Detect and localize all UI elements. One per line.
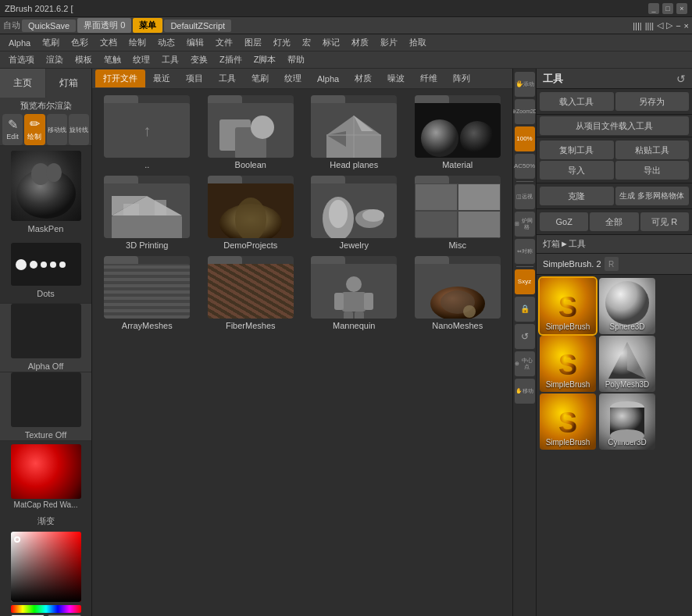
tab-array[interactable]: 阵列 <box>445 69 478 87</box>
preview-label[interactable]: 预览布尔渲染 <box>0 98 91 114</box>
menu-macro[interactable]: 宏 <box>297 35 316 50</box>
folder-item-fibermeshes[interactable]: FiberMeshes <box>202 256 300 330</box>
folder-item-misc[interactable]: Misc <box>409 176 507 250</box>
texture-off-preview[interactable] <box>11 372 81 427</box>
gallery-item-simplebrush-3[interactable]: S SimpleBrush <box>540 393 596 450</box>
menu-layer[interactable]: 图层 <box>239 35 267 50</box>
menu-brush[interactable]: 笔刷 <box>37 35 65 50</box>
close-btn[interactable]: × <box>676 3 687 14</box>
gallery-item-polymesh3d[interactable]: PolyMesh3D <box>599 336 655 392</box>
tab-project[interactable]: 项目 <box>178 69 211 87</box>
draw-icon-btn[interactable]: ✏ 绘制 <box>24 114 45 145</box>
subtool-r-btn[interactable]: R <box>605 257 619 271</box>
load-tool-btn[interactable]: 载入工具 <box>540 92 614 111</box>
rotate-icon-btn[interactable]: 旋转线 <box>69 114 89 145</box>
folder-item-back[interactable]: ↑ .. <box>98 95 196 169</box>
menu-marker[interactable]: 标记 <box>317 35 345 50</box>
tab-tool[interactable]: 工具 <box>211 69 244 87</box>
gen-polymesh-btn[interactable]: 生成 多形网格物体 <box>615 187 690 205</box>
copy-tool-btn[interactable]: 复制工具 <box>540 141 614 159</box>
menu-zplugin[interactable]: Z插件 <box>214 52 248 67</box>
hue-slider[interactable] <box>11 605 81 613</box>
menu-zscript[interactable]: Z脚本 <box>248 52 282 67</box>
tab-recent[interactable]: 最近 <box>145 69 178 87</box>
all-btn[interactable]: 全部 <box>590 212 638 231</box>
vtool-move[interactable]: ✋ 移动 <box>515 379 535 404</box>
save-as-btn[interactable]: 另存为 <box>615 92 690 111</box>
toolbar-icon-4[interactable]: ▷ <box>666 20 672 30</box>
vtool-add-move[interactable]: 🖐 添动 <box>515 72 535 97</box>
menu-help[interactable]: 帮助 <box>282 52 310 67</box>
menu-draw[interactable]: 绘制 <box>123 35 152 50</box>
vtool-symmetry[interactable]: ⇔ 对称 <box>515 239 535 264</box>
refresh-tool-icon[interactable]: ↺ <box>676 73 686 85</box>
menu-prefs[interactable]: 首选项 <box>3 52 40 67</box>
vtool-ac50[interactable]: AC50% <box>515 154 535 179</box>
visible-btn[interactable]: 可见 R <box>640 212 689 231</box>
maskpen-preview[interactable] <box>11 151 81 221</box>
folder-item-arraymeshes[interactable]: ArrayMeshes <box>98 256 196 330</box>
tab-fiber[interactable]: 纤维 <box>412 69 445 87</box>
tab-material[interactable]: 材质 <box>347 69 380 87</box>
load-from-project-btn[interactable]: 从项目文件载入工具 <box>540 116 689 135</box>
tab-open-file[interactable]: 打开文件 <box>95 69 145 87</box>
gallery-item-cylinder3d[interactable]: Cylinder3D <box>599 393 655 450</box>
folder-item-nanomeshes[interactable]: NanoMeshes <box>409 256 507 330</box>
alpha-off-preview[interactable] <box>11 304 81 358</box>
menu-alpha[interactable]: Alpha <box>3 37 36 49</box>
quicksave-btn[interactable]: QuickSave <box>22 20 76 32</box>
edit-icon-btn[interactable]: ✎ Edit <box>2 114 23 145</box>
menu-transform[interactable]: 变换 <box>185 52 213 67</box>
toolbar-icon-5[interactable]: − <box>676 21 680 30</box>
dots-preview[interactable] <box>11 243 81 286</box>
menu-render[interactable]: 渲染 <box>41 52 69 67</box>
folder-item-headplanes[interactable]: Head planes <box>305 95 403 169</box>
folder-item-3dprinting[interactable]: 3D Printing <box>98 176 196 250</box>
vtool-xyz[interactable]: Sxyz <box>515 269 535 294</box>
tab-brush[interactable]: 笔刷 <box>244 69 276 87</box>
toolbar-icon-2[interactable]: |||| <box>645 21 654 30</box>
toolbar-icon-1[interactable]: |||| <box>633 21 641 30</box>
vtool-100pct[interactable]: 100% <box>515 126 535 151</box>
color-picker[interactable] <box>11 532 81 602</box>
import-btn[interactable]: 导入 <box>540 161 614 180</box>
vtool-zoom2d[interactable]: ⊕ Zoom2D <box>515 99 535 124</box>
folder-item-demoprojects[interactable]: DemoProjects <box>202 176 300 250</box>
folder-item-boolean[interactable]: Boolean <box>202 95 300 169</box>
goz-btn[interactable]: GoZ <box>540 212 588 231</box>
folder-item-material[interactable]: Material <box>409 95 507 169</box>
tab-texture[interactable]: 纹理 <box>276 69 309 87</box>
vtool-refresh[interactable]: ↺ <box>515 324 535 349</box>
move-icon-btn[interactable]: 移动线 <box>47 114 67 145</box>
tab-alpha[interactable]: Alpha <box>309 71 347 87</box>
home-btn[interactable]: 主页 <box>0 69 46 98</box>
menu-document[interactable]: 文档 <box>95 35 123 50</box>
minimize-btn[interactable]: _ <box>648 3 659 14</box>
paste-tool-btn[interactable]: 粘贴工具 <box>615 141 690 159</box>
menu-template[interactable]: 模板 <box>70 52 98 67</box>
menu-btn[interactable]: 菜单 <box>133 18 162 33</box>
gallery-item-simplebrush-1[interactable]: S SimpleBrush <box>540 278 596 334</box>
tab-noise[interactable]: 噪波 <box>380 69 412 87</box>
maximize-btn[interactable]: □ <box>662 3 673 14</box>
matcap-preview[interactable] <box>11 444 81 499</box>
menu-stroke[interactable]: 笔触 <box>98 52 127 67</box>
gallery-item-sphere3d[interactable]: Sphere3D <box>599 278 655 334</box>
menu-dynamic[interactable]: 动态 <box>152 35 180 50</box>
menu-color[interactable]: 色彩 <box>66 35 94 50</box>
lightbox-btn[interactable]: 灯箱 <box>46 69 91 98</box>
toolbar-icon-3[interactable]: ◁ <box>657 20 663 30</box>
menu-movie[interactable]: 影片 <box>375 35 403 50</box>
menu-tool[interactable]: 工具 <box>156 52 184 67</box>
menu-file[interactable]: 文件 <box>210 35 238 50</box>
interface-transparency-btn[interactable]: 界面透明 0 <box>77 18 131 33</box>
folder-item-jewelry[interactable]: Jewelry <box>305 176 403 250</box>
clone-btn[interactable]: 克隆 <box>540 187 614 205</box>
folder-item-mannequin[interactable]: Mannequin <box>305 256 403 330</box>
vtool-lock[interactable]: 🔒 <box>515 297 535 322</box>
vtool-floor-grid[interactable]: ⊞ 炉网格 <box>515 212 535 237</box>
menu-texture[interactable]: 纹理 <box>127 52 155 67</box>
menu-light[interactable]: 灯光 <box>268 35 296 50</box>
export-btn[interactable]: 导出 <box>615 161 690 180</box>
default-zscript-btn[interactable]: DefaultZScript <box>164 20 231 32</box>
